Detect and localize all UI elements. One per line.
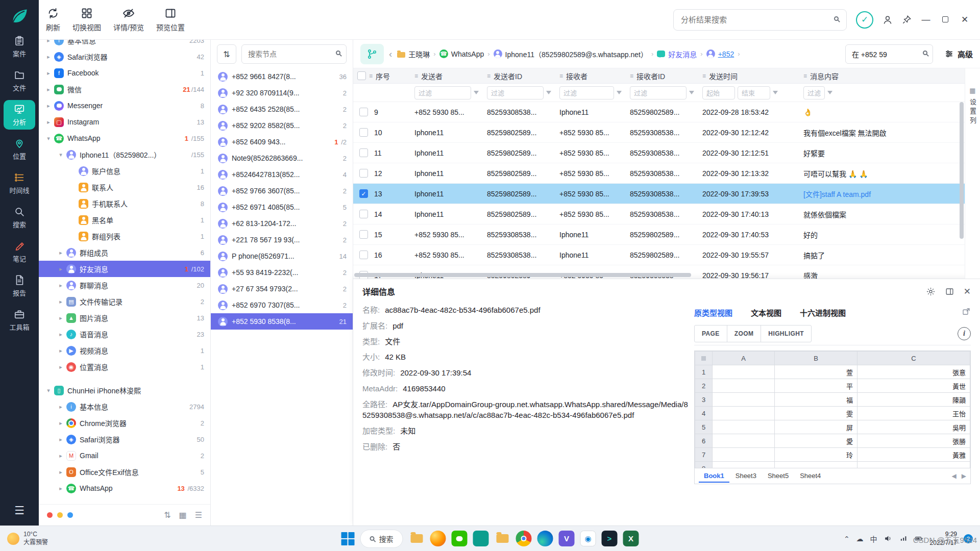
cloud-icon[interactable]: ☁ <box>856 535 864 543</box>
grid-row-6[interactable]: 6愛張勝 <box>695 434 970 448</box>
user-account-icon[interactable] <box>883 15 893 25</box>
chevron-right-icon[interactable]: ▸ <box>44 40 53 44</box>
column-header-6[interactable]: ≡消息内容 <box>799 68 965 83</box>
analysis-search-input[interactable] <box>673 9 847 31</box>
sheet-tab-Sheet5[interactable]: Sheet5 <box>763 470 794 483</box>
close-detail-icon[interactable]: ✕ <box>964 286 971 297</box>
breadcrumb-item[interactable]: +852 <box>706 49 734 58</box>
chevron-right-icon[interactable]: ▸ <box>56 331 65 338</box>
row-checkbox[interactable] <box>359 169 368 178</box>
column-header-4[interactable]: ≡接收者ID <box>626 68 698 83</box>
search-icon[interactable] <box>834 16 839 21</box>
network-icon[interactable] <box>899 534 908 543</box>
tray-expand-icon[interactable]: ⌃ <box>844 535 850 543</box>
tree-item[interactable]: 手机联系人8 <box>39 195 210 212</box>
grid-cell-b[interactable]: 玲 <box>775 448 857 462</box>
chevron-right-icon[interactable]: ▸ <box>56 420 65 427</box>
chevron-right-icon[interactable]: ▸ <box>56 266 65 272</box>
start-button[interactable] <box>341 532 355 545</box>
list-item-contact[interactable]: P phone(8526971...14 <box>211 248 353 264</box>
minimize-button[interactable]: — <box>921 15 931 25</box>
row-checkbox[interactable] <box>359 210 368 218</box>
breadcrumb-item[interactable]: 王晓琳 <box>397 49 430 59</box>
node-search-input[interactable] <box>241 44 347 64</box>
sheet-tab-Sheet3[interactable]: Sheet3 <box>730 470 762 483</box>
sheet-next-icon[interactable]: ▶ <box>962 472 966 480</box>
grid-cell-b[interactable]: 萱 <box>775 365 857 379</box>
list-item-contact[interactable]: +85246427813(852...4 <box>211 166 353 183</box>
chevron-right-icon[interactable]: ▸ <box>44 119 53 126</box>
column-settings-label[interactable]: 设置列 <box>968 98 977 126</box>
open-external-icon[interactable] <box>962 307 971 318</box>
gear-icon[interactable] <box>926 287 936 296</box>
grid-row-5[interactable]: 5屏吳明 <box>695 420 970 434</box>
nav-item-report[interactable]: 报告 <box>4 271 35 300</box>
table-row-14[interactable]: 14Iphone1185259802589...+852 5930 85...8… <box>353 204 965 224</box>
switchview-button[interactable]: 切换视图 <box>72 7 101 32</box>
tree-item[interactable]: ▸▢Instagram13 <box>39 114 210 130</box>
taskbar-icon-explorer[interactable] <box>409 531 425 546</box>
row-checkbox[interactable] <box>359 128 368 137</box>
grid-cell-b[interactable] <box>775 462 857 468</box>
tree-item[interactable]: ▸◉位置消息1 <box>39 359 210 375</box>
grid-column-B[interactable]: B <box>775 352 857 365</box>
grid-row-number[interactable]: 3 <box>695 393 713 407</box>
hamburger-menu-icon[interactable]: ☰ <box>14 504 24 517</box>
close-button[interactable]: ✕ <box>960 14 970 25</box>
grid-row-8[interactable]: 8 <box>695 462 970 468</box>
grid-cell-c[interactable]: 陳韻 <box>857 393 970 407</box>
grid-cell-c[interactable]: 張意 <box>857 365 970 379</box>
grid-row-number[interactable]: 5 <box>695 420 713 434</box>
filter-input[interactable]: 起始 <box>702 86 735 99</box>
grid-corner-cell[interactable] <box>695 352 713 365</box>
list-item-contact[interactable]: +852 6435 2528(85...2 <box>211 101 353 117</box>
column-header-1[interactable]: ≡发送者 <box>410 68 483 83</box>
tree-item[interactable]: ▸群组成员6 <box>39 244 210 261</box>
grid-row-number[interactable]: 8 <box>695 462 713 468</box>
row-checkbox[interactable] <box>359 251 368 259</box>
grid-column-C[interactable]: C <box>857 352 970 365</box>
table-settings-icon[interactable]: ▦ <box>969 87 975 94</box>
grid-cell-a[interactable] <box>713 393 775 407</box>
column-header-0[interactable]: ≡序号 <box>353 68 410 83</box>
table-row-11[interactable]: 11Iphone1185259802589...+852 5930 85...8… <box>353 143 965 163</box>
chevron-right-icon[interactable]: ▸ <box>44 70 53 77</box>
grid-cell-b[interactable]: 雯 <box>775 407 857 420</box>
sheet-prev-icon[interactable]: ◀ <box>952 472 957 480</box>
filter-funnel-icon[interactable] <box>773 91 778 94</box>
tree-item[interactable]: ▸◈Safari浏览器42 <box>39 48 210 65</box>
maximize-button[interactable] <box>940 15 950 25</box>
filter-input[interactable]: 过滤 <box>630 86 687 99</box>
chevron-right-icon[interactable]: ▸ <box>56 249 65 256</box>
breadcrumb-back-icon[interactable]: ‹ <box>388 48 393 60</box>
chevron-right-icon[interactable]: ▸ <box>56 282 65 289</box>
chevron-right-icon[interactable]: ▸ <box>56 364 65 370</box>
horizontal-scrollbar[interactable] <box>354 273 691 277</box>
tree-item[interactable]: 黑名单1 <box>39 212 210 228</box>
tree-item[interactable]: ▸Messenger8 <box>39 97 210 114</box>
search-icon[interactable] <box>336 51 340 55</box>
filter-funnel-icon[interactable] <box>546 91 551 94</box>
grid-row-number[interactable]: 4 <box>695 407 713 420</box>
grid-cell-b[interactable]: 屏 <box>775 420 857 434</box>
nav-item-toolbox[interactable]: 工具箱 <box>4 305 35 335</box>
taskbar-icon-wechat[interactable] <box>452 531 468 546</box>
panel-layout-icon[interactable] <box>945 287 954 296</box>
tree-item[interactable]: ▸fFacebook1 <box>39 65 210 81</box>
taskbar-icon-chrome[interactable] <box>516 531 532 546</box>
breadcrumb-item[interactable]: 好友消息 <box>657 49 697 59</box>
sort-button[interactable]: ⇅ <box>217 44 236 64</box>
align-icon[interactable]: ⇅ <box>164 510 170 520</box>
tree-item[interactable]: ▾Iphone11（85259802...） /155 <box>39 146 210 163</box>
chevron-right-icon[interactable]: ▸ <box>44 86 53 93</box>
nav-item-location[interactable]: 位置 <box>4 134 35 164</box>
list-item-contact[interactable]: +852 6970 7307(85...2 <box>211 297 353 313</box>
taskbar-icon-teal[interactable] <box>473 531 489 546</box>
tree-item[interactable]: ▸◈Safari浏览器50 <box>39 431 210 447</box>
tree-item[interactable]: ▸OOffice文件Exif信息5 <box>39 464 210 480</box>
search-icon[interactable] <box>923 51 927 55</box>
filter-input[interactable]: 过滤 <box>414 86 471 99</box>
chevron-right-icon[interactable]: ▸ <box>56 485 65 492</box>
grid-row-1[interactable]: 1萱張意 <box>695 365 970 379</box>
chevron-right-icon[interactable]: ▸ <box>44 54 53 60</box>
